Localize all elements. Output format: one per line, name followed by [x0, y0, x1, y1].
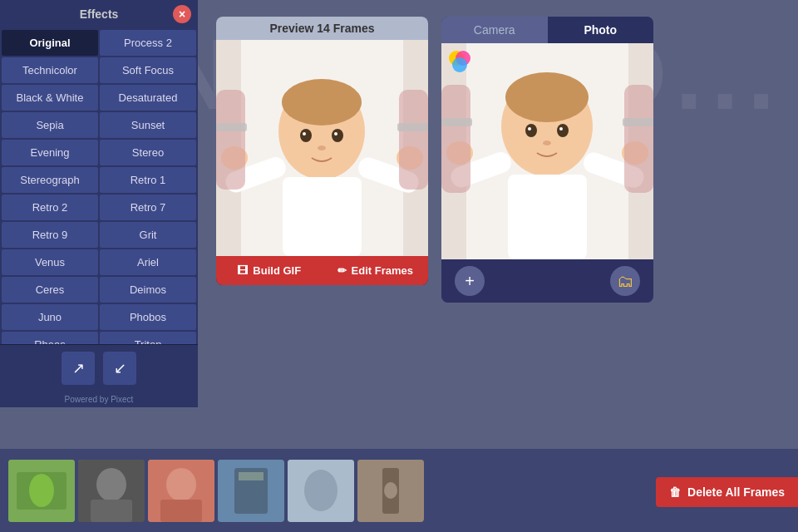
thumbnail-2[interactable] — [78, 460, 145, 522]
plus-icon: + — [465, 272, 475, 291]
effect-btn-process2[interactable]: Process 2 — [100, 30, 196, 56]
svg-rect-9 — [283, 177, 362, 256]
effect-btn-ceres[interactable]: Ceres — [2, 277, 98, 303]
effect-btn-grit[interactable]: Grit — [100, 222, 196, 248]
effect-btn-rheas[interactable]: Rheas — [2, 332, 98, 344]
svg-rect-16 — [397, 123, 428, 131]
effects-title: Effects — [25, 7, 173, 21]
svg-rect-30 — [508, 175, 587, 259]
share-button[interactable]: ↗ — [62, 352, 95, 385]
svg-point-5 — [332, 129, 343, 142]
thumbnail-5[interactable] — [288, 460, 354, 522]
svg-rect-50 — [239, 472, 264, 480]
svg-point-4 — [300, 129, 312, 142]
svg-point-25 — [525, 124, 537, 137]
effects-header: Effects × — [0, 0, 198, 28]
svg-rect-14 — [216, 90, 245, 190]
effect-btn-phobos[interactable]: Phobos — [100, 304, 196, 330]
open-folder-button[interactable]: 🗂 — [610, 266, 640, 296]
download-button[interactable]: ↙ — [103, 352, 136, 385]
svg-point-46 — [166, 468, 196, 501]
effect-btn-retro7[interactable]: Retro 7 — [100, 195, 196, 220]
photo-image — [441, 43, 653, 259]
main-content: Preview 14 Frames — [200, 0, 798, 449]
edit-frames-button[interactable]: ✏ Edit Frames — [323, 256, 429, 285]
effect-btn-technicolor[interactable]: Technicolor — [2, 57, 98, 83]
effect-btn-juno[interactable]: Juno — [2, 304, 98, 330]
svg-rect-38 — [441, 118, 472, 126]
svg-point-28 — [559, 127, 563, 131]
effect-btn-venus[interactable]: Venus — [2, 249, 98, 275]
photo-actions: + 🗂 — [441, 259, 653, 303]
effect-btn-triton[interactable]: Triton — [100, 332, 196, 344]
add-photo-button[interactable]: + — [455, 266, 485, 296]
powered-by: Powered by Pixect — [0, 392, 198, 407]
build-gif-button[interactable]: 🎞 Build GIF — [216, 256, 323, 285]
effect-btn-soft-focus[interactable]: Soft Focus — [100, 57, 196, 83]
effect-btn-retro1[interactable]: Retro 1 — [100, 167, 196, 193]
photo-tabs: Camera Photo — [441, 17, 653, 43]
edit-icon: ✏ — [337, 264, 347, 277]
effect-btn-stereo[interactable]: Stereo — [100, 140, 196, 165]
thumbnail-6[interactable] — [357, 460, 424, 522]
svg-point-43 — [96, 468, 126, 501]
effects-footer: ↗ ↙ — [0, 344, 198, 392]
svg-point-29 — [543, 140, 551, 145]
effect-btn-desaturated[interactable]: Desaturated — [100, 85, 196, 111]
svg-point-41 — [29, 474, 54, 507]
preview-header: Preview 14 Frames — [216, 17, 428, 40]
close-button[interactable]: × — [173, 5, 191, 23]
preview-actions: 🎞 Build GIF ✏ Edit Frames — [216, 256, 428, 285]
svg-rect-36 — [624, 85, 653, 193]
effect-btn-sepia[interactable]: Sepia — [2, 112, 98, 138]
preview-image — [216, 40, 428, 256]
tab-camera[interactable]: Camera — [441, 17, 548, 43]
svg-point-26 — [557, 124, 569, 137]
effects-grid: OriginalProcess 2TechnicolorSoft FocusBl… — [0, 28, 198, 344]
svg-rect-44 — [91, 500, 132, 522]
svg-point-27 — [528, 127, 531, 131]
svg-point-52 — [304, 470, 337, 511]
effect-btn-original[interactable]: Original — [2, 30, 98, 56]
svg-point-3 — [282, 79, 362, 126]
svg-rect-17 — [216, 123, 247, 131]
effects-panel: Effects × OriginalProcess 2TechnicolorSo… — [0, 0, 198, 407]
folder-icon: 🗂 — [617, 272, 633, 291]
effect-btn-retro9[interactable]: Retro 9 — [2, 222, 98, 248]
svg-point-55 — [384, 482, 397, 499]
svg-point-24 — [505, 72, 589, 122]
delete-all-frames-button[interactable]: 🗑 Delete All Frames — [656, 477, 798, 507]
trash-icon: 🗑 — [669, 485, 681, 499]
svg-point-8 — [318, 145, 326, 150]
svg-rect-15 — [399, 90, 428, 190]
thumbnail-4[interactable] — [218, 460, 284, 522]
effect-btn-evening[interactable]: Evening — [2, 140, 98, 165]
tab-photo[interactable]: Photo — [548, 17, 654, 43]
effect-btn-black-white[interactable]: Black & White — [2, 85, 98, 111]
preview-panel: Preview 14 Frames — [216, 17, 428, 285]
svg-rect-35 — [441, 85, 470, 193]
thumbnail-1[interactable] — [8, 460, 75, 522]
svg-point-7 — [334, 132, 337, 135]
photo-panel: Camera Photo — [441, 17, 653, 303]
effect-btn-retro2[interactable]: Retro 2 — [2, 195, 98, 220]
effect-btn-ariel[interactable]: Ariel — [100, 249, 196, 275]
svg-point-20 — [452, 57, 467, 72]
film-icon: 🎞 — [237, 264, 248, 277]
thumbnail-3[interactable] — [148, 460, 214, 522]
svg-point-6 — [303, 132, 306, 135]
svg-rect-37 — [623, 118, 653, 126]
effect-btn-sunset[interactable]: Sunset — [100, 112, 196, 138]
effect-btn-stereograph[interactable]: Stereograph — [2, 167, 98, 193]
svg-rect-47 — [160, 500, 202, 522]
effect-btn-deimos[interactable]: Deimos — [100, 277, 196, 303]
